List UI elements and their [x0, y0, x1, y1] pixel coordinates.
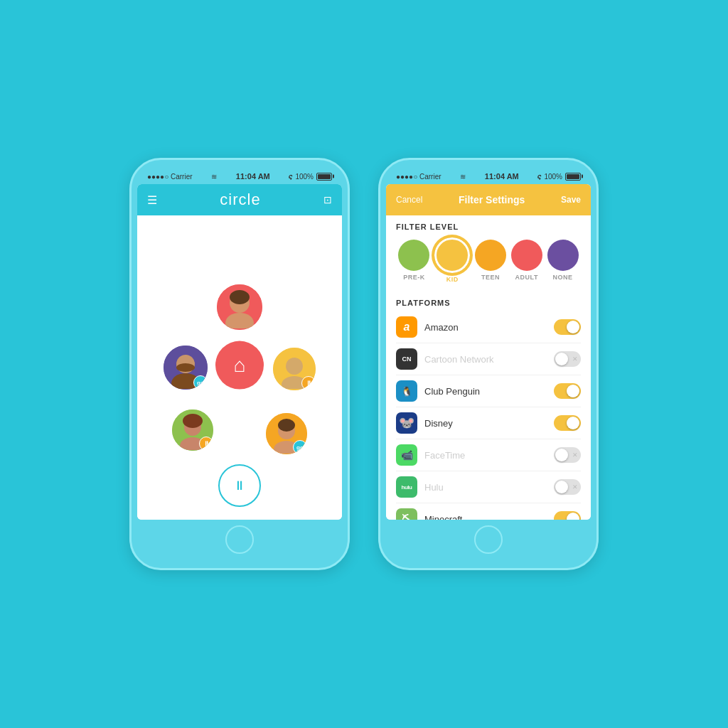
platforms-list: a Amazon CN Cartoon Network ✕ 🐧 Club Pen…	[386, 311, 591, 520]
prek-circle	[398, 240, 429, 271]
disney-name: Disney	[424, 418, 554, 429]
teen-circle	[475, 240, 506, 271]
save-button[interactable]: Save	[561, 195, 581, 205]
platforms-section-title: PLATFORMS	[386, 291, 591, 311]
wifi-icon-2: ≋	[460, 173, 466, 181]
circle-header: ☰ circle ⊡	[137, 184, 342, 215]
adult-label: ADULT	[515, 274, 538, 281]
avatar-bottom-right[interactable]: go	[264, 411, 309, 456]
hamburger-icon[interactable]: ☰	[147, 193, 157, 207]
time-1: 11:04 AM	[236, 172, 270, 181]
avatar-center[interactable]: ⌂	[215, 341, 264, 390]
avatar-cluster: go ⌂ ⏸	[154, 275, 325, 460]
carrier-2: ●●●●○ Carrier	[396, 173, 441, 181]
go-badge-bottom-right: go	[293, 440, 307, 454]
amazon-icon: a	[396, 316, 417, 338]
platform-amazon: a Amazon	[396, 311, 581, 343]
avatar-right[interactable]: ⏸	[271, 346, 318, 392]
circle-screen: ☰ circle ⊡ g	[137, 184, 342, 520]
amazon-name: Amazon	[424, 322, 554, 333]
teen-label: TEEN	[481, 274, 500, 281]
pause-badge-right: ⏸	[301, 376, 316, 390]
hulu-name: Hulu	[424, 482, 554, 493]
pause-button[interactable]: ⏸	[218, 464, 261, 507]
prek-label: PRE-K	[403, 274, 425, 281]
svg-point-5	[176, 363, 195, 372]
facetime-name: FaceTime	[424, 450, 554, 461]
screencast-icon[interactable]: ⊡	[323, 194, 332, 205]
adult-circle	[511, 240, 542, 271]
filter-level-none[interactable]: NONE	[547, 240, 579, 283]
cn-toggle[interactable]: ✕	[554, 351, 581, 367]
home-button-1[interactable]	[225, 525, 254, 554]
avatar-top[interactable]	[215, 282, 264, 332]
avatar-left[interactable]: go	[161, 343, 210, 392]
battery-icon-1	[316, 173, 332, 181]
svg-point-13	[278, 419, 295, 432]
platform-hulu: hulu Hulu ✕	[396, 471, 581, 503]
platform-cartoon-network: CN Cartoon Network ✕	[396, 343, 581, 375]
home-button-2[interactable]	[474, 525, 503, 554]
platform-facetime: 📹 FaceTime ✕	[396, 439, 581, 471]
clubpenguin-name: Club Penguin	[424, 386, 554, 397]
filter-level-section-title: FILTER LEVEL	[386, 215, 591, 235]
filter-level-adult[interactable]: ADULT	[511, 240, 542, 283]
carrier-1: ●●●●○ Carrier	[147, 173, 193, 181]
clubpenguin-toggle[interactable]	[554, 383, 581, 399]
battery-icon-2	[565, 173, 581, 181]
battery-2: 100%	[544, 173, 562, 181]
cancel-button[interactable]: Cancel	[396, 195, 422, 205]
clubpenguin-icon: 🐧	[396, 380, 417, 402]
filter-body: FILTER LEVEL PRE-K KID TEEN	[386, 215, 591, 520]
time-2: 11:04 AM	[485, 172, 519, 181]
cn-icon: CN	[396, 348, 417, 370]
filter-level-prek[interactable]: PRE-K	[398, 240, 429, 283]
facetime-icon: 📹	[396, 444, 417, 466]
filter-settings-title: Filter Settings	[459, 194, 525, 205]
disney-icon: 🐭	[396, 412, 417, 434]
status-bar-1: ●●●●○ Carrier ≋ 11:04 AM 𝞻 100%	[137, 168, 342, 184]
svg-point-10	[183, 414, 203, 428]
avatar-bottom-left[interactable]: ⏸	[170, 407, 215, 453]
svg-point-6	[286, 358, 303, 375]
filter-level-teen[interactable]: TEEN	[475, 240, 506, 283]
bluetooth-icon-2: 𝞻	[537, 172, 541, 181]
svg-point-2	[230, 290, 250, 304]
pause-badge-bottom-left: ⏸	[199, 437, 213, 451]
pause-icon: ⏸	[233, 478, 246, 493]
circle-body: go ⌂ ⏸	[137, 215, 342, 520]
minecraft-name: Minecraft	[424, 514, 554, 520]
bluetooth-icon-1: 𝞻	[289, 172, 292, 181]
filter-header: Cancel Filter Settings Save	[386, 184, 591, 215]
platform-minecraft: ⛏ Minecraft	[396, 503, 581, 520]
platform-club-penguin: 🐧 Club Penguin	[396, 375, 581, 407]
hulu-icon: hulu	[396, 476, 417, 498]
go-badge-left: go	[193, 375, 208, 390]
battery-1: 100%	[295, 173, 314, 181]
cn-name: Cartoon Network	[424, 354, 554, 365]
phone-2: ●●●●○ Carrier ≋ 11:04 AM 𝞻 100% Cancel F…	[378, 158, 599, 570]
status-bar-2: ●●●●○ Carrier ≋ 11:04 AM 𝞻 100%	[386, 168, 591, 184]
filter-level-kid[interactable]: KID	[434, 237, 470, 283]
filter-levels: PRE-K KID TEEN ADULT	[386, 235, 591, 291]
minecraft-toggle[interactable]	[554, 511, 581, 520]
disney-toggle[interactable]	[554, 415, 581, 431]
filter-screen: Cancel Filter Settings Save FILTER LEVEL…	[386, 184, 591, 520]
kid-circle	[434, 237, 470, 273]
none-circle	[547, 240, 579, 271]
svg-point-1	[225, 313, 254, 328]
wifi-icon-1: ≋	[211, 173, 217, 181]
hulu-toggle[interactable]: ✕	[554, 479, 581, 495]
amazon-toggle[interactable]	[554, 319, 581, 335]
minecraft-icon: ⛏	[396, 508, 417, 520]
facetime-toggle[interactable]: ✕	[554, 447, 581, 463]
phones-container: ●●●●○ Carrier ≋ 11:04 AM 𝞻 100% ☰ circle…	[129, 158, 599, 570]
phone-1: ●●●●○ Carrier ≋ 11:04 AM 𝞻 100% ☰ circle…	[129, 158, 350, 570]
circle-app-title: circle	[220, 191, 260, 209]
kid-label: KID	[446, 276, 459, 283]
platform-disney: 🐭 Disney	[396, 407, 581, 439]
none-label: NONE	[553, 274, 573, 281]
